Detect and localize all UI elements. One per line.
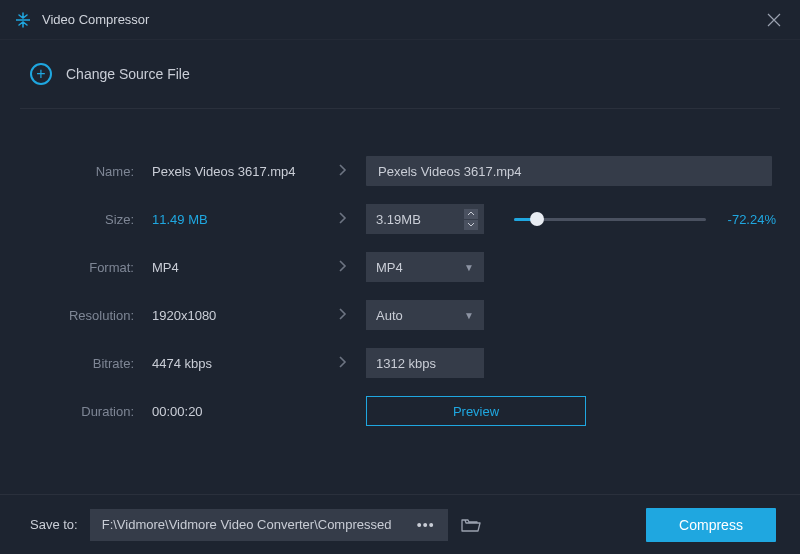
compress-icon <box>14 11 32 29</box>
source-row: + Change Source File <box>0 40 800 108</box>
name-original: Pexels Videos 3617.mp4 <box>142 164 318 179</box>
resolution-original: 1920x1080 <box>142 308 318 323</box>
footer: Save to: F:\Vidmore\Vidmore Video Conver… <box>0 494 800 554</box>
slider-thumb[interactable] <box>530 212 544 226</box>
bitrate-row: Bitrate: 4474 kbps 1312 kbps <box>24 339 776 387</box>
chevron-right-icon <box>338 355 347 372</box>
stepper-up-icon[interactable] <box>464 209 478 219</box>
format-select[interactable]: MP4 ▼ <box>366 252 484 282</box>
duration-value: 00:00:20 <box>142 404 318 419</box>
titlebar: Video Compressor <box>0 0 800 40</box>
chevron-right-icon <box>338 259 347 276</box>
preview-button[interactable]: Preview <box>366 396 586 426</box>
duration-row: Duration: 00:00:20 Preview <box>24 387 776 435</box>
duration-label: Duration: <box>24 404 142 419</box>
open-folder-icon[interactable] <box>456 509 486 541</box>
name-row: Name: Pexels Videos 3617.mp4 Pexels Vide… <box>24 147 776 195</box>
chevron-down-icon: ▼ <box>464 310 474 321</box>
format-row: Format: MP4 MP4 ▼ <box>24 243 776 291</box>
name-input[interactable]: Pexels Videos 3617.mp4 <box>366 156 772 186</box>
format-label: Format: <box>24 260 142 275</box>
stepper-down-icon[interactable] <box>464 220 478 230</box>
resolution-select[interactable]: Auto ▼ <box>366 300 484 330</box>
app-title: Video Compressor <box>42 12 762 27</box>
format-original: MP4 <box>142 260 318 275</box>
resolution-row: Resolution: 1920x1080 Auto ▼ <box>24 291 776 339</box>
size-percent: -72.24% <box>716 212 776 227</box>
add-source-icon[interactable]: + <box>30 63 52 85</box>
bitrate-label: Bitrate: <box>24 356 142 371</box>
bitrate-input[interactable]: 1312 kbps <box>366 348 484 378</box>
chevron-right-icon <box>338 163 347 180</box>
size-label: Size: <box>24 212 142 227</box>
chevron-down-icon: ▼ <box>464 262 474 273</box>
name-label: Name: <box>24 164 142 179</box>
size-row: Size: 11.49 MB 3.19MB -72.24% <box>24 195 776 243</box>
compress-button[interactable]: Compress <box>646 508 776 542</box>
chevron-right-icon <box>338 211 347 228</box>
form-area: Name: Pexels Videos 3617.mp4 Pexels Vide… <box>0 109 800 435</box>
chevron-right-icon <box>338 307 347 324</box>
resolution-label: Resolution: <box>24 308 142 323</box>
size-slider[interactable] <box>484 218 716 221</box>
size-original: 11.49 MB <box>142 212 318 227</box>
saveto-label: Save to: <box>30 517 78 532</box>
change-source-label[interactable]: Change Source File <box>66 66 190 82</box>
save-path-field[interactable]: F:\Vidmore\Vidmore Video Converter\Compr… <box>90 509 448 541</box>
size-stepper[interactable]: 3.19MB <box>366 204 484 234</box>
close-icon[interactable] <box>762 8 786 32</box>
bitrate-original: 4474 kbps <box>142 356 318 371</box>
more-icon[interactable]: ••• <box>412 517 440 533</box>
